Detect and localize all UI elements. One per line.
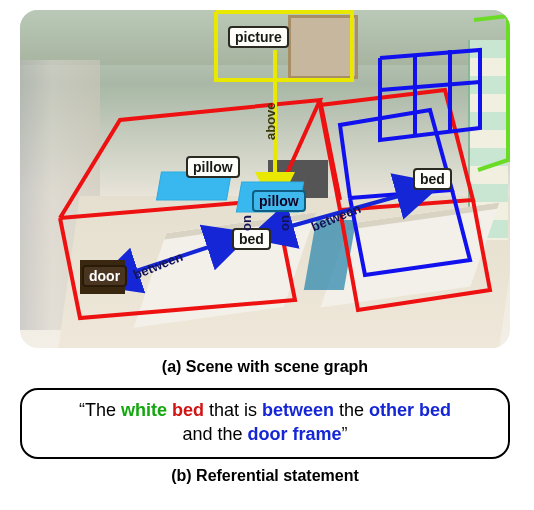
wall-picture-art [288,15,358,79]
scene-graph-image: picture pillow pillow bed bed door above… [20,10,510,348]
edge-label-on-left: on [239,215,254,231]
node-label-bed-right: bed [413,168,452,190]
ref-line2-lead: and the [182,424,247,444]
ref-door-frame: door frame [248,424,342,444]
node-label-pillow-left: pillow [186,156,240,178]
edge-label-above: above [263,102,278,140]
ref-bed: bed [172,400,204,420]
ref-between: between [262,400,334,420]
caption-b: (b) Referential statement [20,467,510,485]
ref-mid2: the [334,400,369,420]
edge-label-on-right: on [277,215,292,231]
figure-wrap: picture pillow pillow bed bed door above… [20,10,510,485]
referential-statement-box: “The white bed that is between the other… [20,388,510,459]
caption-a: (a) Scene with scene graph [20,358,510,376]
ref-white: white [121,400,167,420]
node-label-bed-center: bed [232,228,271,250]
ref-mid1: that is [204,400,262,420]
svg-line-1 [380,82,480,90]
close-quote: ” [342,424,348,444]
ref-the1: The [85,400,121,420]
ref-other-bed: other bed [369,400,451,420]
node-label-picture: picture [228,26,289,48]
node-label-pillow-center: pillow [252,190,306,212]
node-label-door: door [82,265,127,287]
